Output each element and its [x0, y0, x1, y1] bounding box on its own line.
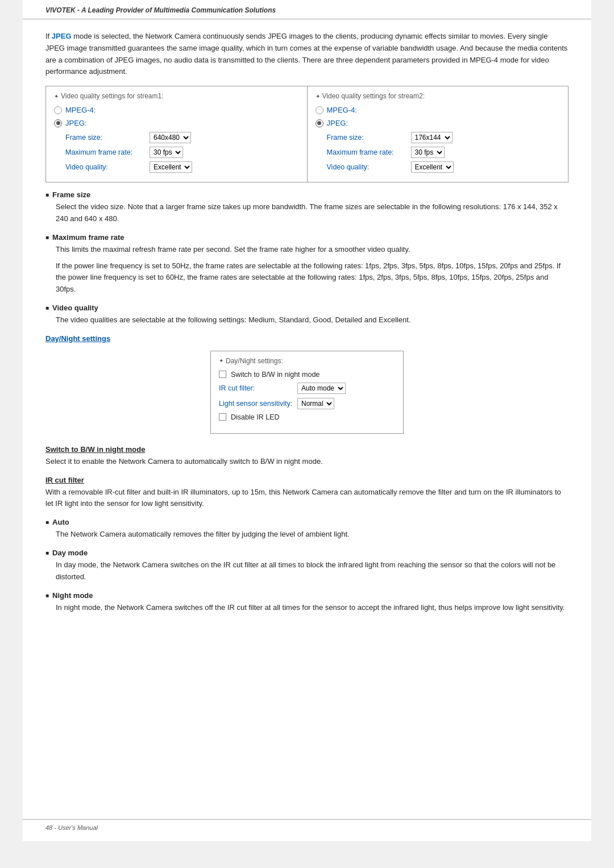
video-quality-title: Video quality: [45, 304, 569, 312]
light-sensor-label: Light sensor sensitivity:: [219, 400, 293, 408]
stream2-max-frame-select[interactable]: 30 fps: [411, 147, 445, 158]
intro-suffix: mode is selected, the Network Camera con…: [45, 32, 567, 76]
stream1-title: Video quality settings for stream1:: [54, 92, 299, 100]
disable-ir-checkbox[interactable]: [219, 413, 226, 421]
stream2-jpeg-radio[interactable]: JPEG:: [316, 119, 561, 127]
switch-bw-checkbox[interactable]: [219, 371, 226, 378]
video-quality-container: Video quality settings for stream1: MPEG…: [45, 86, 569, 182]
stream2-video-quality-select[interactable]: Excellent: [411, 161, 454, 173]
night-mode-section: Night mode In night mode, the Network Ca…: [45, 591, 569, 614]
jpeg-highlight: JPEG: [52, 32, 72, 40]
stream1-mpeg4-label: MPEG-4:: [65, 106, 96, 114]
stream1-jpeg-label: JPEG:: [65, 119, 87, 127]
max-frame-text: This limits the maximal refresh frame ra…: [56, 244, 569, 296]
max-frame-text1: This limits the maximal refresh frame ra…: [56, 244, 569, 256]
day-night-box: Day/Night settings: Switch to B/W in nig…: [210, 351, 404, 434]
stream2-jpeg-radio-circle: [316, 119, 323, 127]
stream1-jpeg-radio-circle: [54, 119, 62, 127]
stream1-video-quality-select[interactable]: Excellent: [150, 161, 192, 173]
light-sensor-select[interactable]: Normal: [297, 398, 334, 409]
stream1-max-frame-select[interactable]: 30 fps: [150, 147, 183, 158]
day-night-box-wrapper: Day/Night settings: Switch to B/W in nig…: [45, 351, 569, 434]
frame-size-title: Frame size: [45, 190, 569, 199]
video-quality-section: Video quality The video qualities are se…: [45, 304, 569, 326]
stream2-frame-size-label: Frame size:: [327, 134, 406, 142]
stream1-mpeg4-radio[interactable]: MPEG-4:: [54, 106, 299, 114]
auto-title: Auto: [45, 518, 569, 526]
stream2-video-quality-row: Video quality: Excellent: [327, 161, 561, 173]
ir-cut-row: IR cut filter: Auto mode: [219, 383, 392, 394]
stream2-mpeg4-label: MPEG-4:: [327, 106, 357, 114]
ir-cut-section-title: IR cut filter: [45, 476, 569, 484]
stream1-settings: Frame size: 640x480 Maximum frame rate: …: [65, 132, 299, 173]
stream1-mpeg4-radio-circle: [54, 106, 62, 114]
day-mode-title: Day mode: [45, 549, 569, 557]
stream2-mpeg4-radio[interactable]: MPEG-4:: [316, 106, 561, 114]
frame-size-text: Select the video size. Note that a large…: [56, 201, 569, 225]
stream2-jpeg-label: JPEG:: [327, 119, 349, 127]
stream1-frame-size-label: Frame size:: [65, 134, 145, 142]
stream2-frame-size-select[interactable]: 176x144: [411, 132, 453, 143]
stream2-frame-size-row: Frame size: 176x144: [327, 132, 561, 143]
stream2-mpeg4-radio-circle: [316, 106, 323, 114]
stream2-title: Video quality settings for stream2:: [316, 92, 561, 100]
stream1-jpeg-radio[interactable]: JPEG:: [54, 119, 299, 127]
footer-text: 48 - User's Manual: [45, 824, 98, 831]
page: VIVOTEK - A Leading Provider of Multimed…: [23, 0, 591, 841]
frame-size-section: Frame size Select the video size. Note t…: [45, 190, 569, 225]
stream2-settings: Frame size: 176x144 Maximum frame rate: …: [327, 132, 561, 173]
ir-cut-section-text: With a removable IR-cut filter and built…: [45, 487, 569, 510]
auto-text: The Network Camera automatically removes…: [56, 529, 569, 541]
stream1-max-frame-label: Maximum frame rate:: [65, 148, 145, 156]
disable-ir-row: Disable IR LED: [219, 413, 392, 421]
header-text: VIVOTEK - A Leading Provider of Multimed…: [45, 6, 276, 14]
switch-bw-label: Switch to B/W in night mode: [231, 371, 320, 379]
stream1-panel: Video quality settings for stream1: MPEG…: [46, 86, 308, 182]
ir-cut-section: IR cut filter With a removable IR-cut fi…: [45, 476, 569, 510]
day-night-link[interactable]: Day/Night settings: [45, 334, 569, 343]
max-frame-title: Maximum frame rate: [45, 233, 569, 242]
stream2-max-frame-label: Maximum frame rate:: [327, 148, 406, 156]
day-mode-text: In day mode, the Network Camera switches…: [56, 559, 569, 583]
intro-paragraph: If JPEG mode is selected, the Network Ca…: [45, 31, 569, 78]
light-sensor-row: Light sensor sensitivity: Normal: [219, 398, 392, 409]
max-frame-text2: If the power line frequency is set to 50…: [56, 260, 569, 296]
switch-bw-section-text: Select it to enable the Network Camera t…: [45, 456, 569, 468]
content-area: If JPEG mode is selected, the Network Ca…: [23, 19, 591, 644]
switch-bw-section-title: Switch to B/W in night mode: [45, 445, 569, 454]
switch-bw-section: Switch to B/W in night mode Select it to…: [45, 445, 569, 468]
page-footer: 48 - User's Manual: [23, 819, 591, 836]
ir-cut-label: IR cut filter:: [219, 384, 293, 392]
stream2-panel: Video quality settings for stream2: MPEG…: [308, 86, 569, 182]
stream1-video-quality-label: Video quality:: [65, 163, 145, 171]
intro-prefix: If: [45, 32, 52, 40]
page-header: VIVOTEK - A Leading Provider of Multimed…: [23, 0, 591, 19]
video-quality-text: The video qualities are selectable at th…: [56, 314, 569, 326]
disable-ir-label: Disable IR LED: [231, 413, 279, 421]
night-mode-text: In night mode, the Network Camera switch…: [56, 602, 569, 614]
stream1-frame-size-select[interactable]: 640x480: [150, 132, 191, 143]
day-night-box-title: Day/Night settings:: [219, 357, 392, 365]
max-frame-section: Maximum frame rate This limits the maxim…: [45, 233, 569, 296]
auto-section: Auto The Network Camera automatically re…: [45, 518, 569, 541]
stream1-frame-size-row: Frame size: 640x480: [65, 132, 299, 143]
ir-cut-select[interactable]: Auto mode: [297, 383, 346, 394]
stream2-video-quality-label: Video quality:: [327, 163, 406, 171]
day-mode-section: Day mode In day mode, the Network Camera…: [45, 549, 569, 583]
switch-bw-row: Switch to B/W in night mode: [219, 371, 392, 379]
stream1-video-quality-row: Video quality: Excellent: [65, 161, 299, 173]
night-mode-title: Night mode: [45, 591, 569, 600]
stream1-max-frame-row: Maximum frame rate: 30 fps: [65, 147, 299, 158]
stream2-max-frame-row: Maximum frame rate: 30 fps: [327, 147, 561, 158]
